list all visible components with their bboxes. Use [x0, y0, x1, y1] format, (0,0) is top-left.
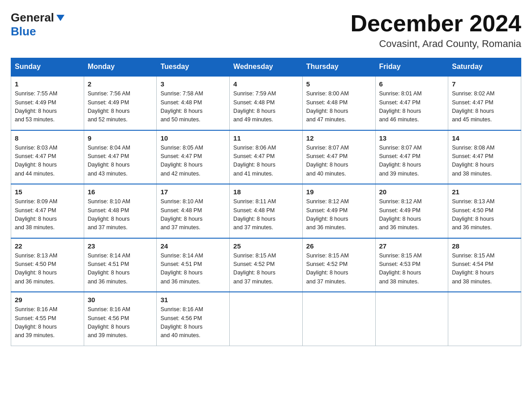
calendar-cell: 4Sunrise: 7:59 AMSunset: 4:48 PMDaylight… — [230, 76, 303, 130]
calendar-week-row: 8Sunrise: 8:03 AMSunset: 4:47 PMDaylight… — [11, 130, 521, 184]
day-info: Sunrise: 8:14 AMSunset: 4:51 PMDaylight:… — [160, 252, 226, 287]
day-number: 26 — [306, 242, 372, 250]
calendar-cell: 7Sunrise: 8:02 AMSunset: 4:47 PMDaylight… — [448, 76, 521, 130]
location-title: Covasint, Arad County, Romania — [350, 38, 521, 50]
logo-arrow-icon — [56, 13, 65, 23]
day-info: Sunrise: 8:05 AMSunset: 4:47 PMDaylight:… — [160, 144, 226, 179]
day-number: 1 — [15, 80, 80, 88]
day-info: Sunrise: 8:00 AMSunset: 4:48 PMDaylight:… — [306, 90, 372, 124]
day-info: Sunrise: 8:12 AMSunset: 4:49 PMDaylight:… — [379, 197, 445, 232]
day-number: 3 — [160, 80, 226, 88]
day-info: Sunrise: 7:59 AMSunset: 4:48 PMDaylight:… — [233, 90, 299, 124]
calendar-cell: 29Sunrise: 8:16 AMSunset: 4:55 PMDayligh… — [11, 292, 84, 346]
day-number: 12 — [306, 134, 372, 142]
column-header-tuesday: Tuesday — [157, 58, 230, 76]
day-number: 19 — [306, 188, 372, 196]
calendar-cell: 19Sunrise: 8:12 AMSunset: 4:49 PMDayligh… — [302, 184, 375, 238]
day-number: 27 — [379, 242, 445, 250]
day-info: Sunrise: 8:13 AMSunset: 4:50 PMDaylight:… — [452, 197, 517, 232]
day-number: 15 — [15, 188, 80, 196]
day-number: 17 — [160, 188, 226, 196]
title-block: December 2024 Covasint, Arad County, Rom… — [350, 11, 521, 50]
calendar-cell: 10Sunrise: 8:05 AMSunset: 4:47 PMDayligh… — [157, 130, 230, 184]
calendar-cell: 24Sunrise: 8:14 AMSunset: 4:51 PMDayligh… — [157, 238, 230, 292]
day-info: Sunrise: 8:15 AMSunset: 4:52 PMDaylight:… — [306, 252, 372, 287]
column-header-sunday: Sunday — [11, 58, 84, 76]
day-number: 16 — [88, 188, 153, 196]
calendar-cell — [230, 292, 303, 346]
calendar-cell: 18Sunrise: 8:11 AMSunset: 4:48 PMDayligh… — [230, 184, 303, 238]
day-info: Sunrise: 8:06 AMSunset: 4:47 PMDaylight:… — [233, 144, 299, 179]
day-info: Sunrise: 8:07 AMSunset: 4:47 PMDaylight:… — [379, 144, 445, 179]
day-number: 10 — [160, 134, 226, 142]
day-number: 23 — [88, 242, 153, 250]
day-number: 13 — [379, 134, 445, 142]
calendar-cell — [448, 292, 521, 346]
calendar-cell: 28Sunrise: 8:15 AMSunset: 4:54 PMDayligh… — [448, 238, 521, 292]
day-info: Sunrise: 8:04 AMSunset: 4:47 PMDaylight:… — [88, 144, 153, 179]
calendar-week-row: 29Sunrise: 8:16 AMSunset: 4:55 PMDayligh… — [11, 292, 521, 346]
day-info: Sunrise: 8:15 AMSunset: 4:53 PMDaylight:… — [379, 252, 445, 287]
calendar-cell: 11Sunrise: 8:06 AMSunset: 4:47 PMDayligh… — [230, 130, 303, 184]
day-info: Sunrise: 8:11 AMSunset: 4:48 PMDaylight:… — [233, 197, 299, 232]
calendar-week-row: 1Sunrise: 7:55 AMSunset: 4:49 PMDaylight… — [11, 76, 521, 130]
day-info: Sunrise: 8:15 AMSunset: 4:52 PMDaylight:… — [233, 252, 299, 287]
calendar-cell: 14Sunrise: 8:08 AMSunset: 4:47 PMDayligh… — [448, 130, 521, 184]
calendar-cell: 22Sunrise: 8:13 AMSunset: 4:50 PMDayligh… — [11, 238, 84, 292]
calendar-cell — [302, 292, 375, 346]
calendar-cell — [375, 292, 448, 346]
day-number: 29 — [15, 296, 80, 304]
calendar-cell: 6Sunrise: 8:01 AMSunset: 4:47 PMDaylight… — [375, 76, 448, 130]
column-header-wednesday: Wednesday — [230, 58, 303, 76]
day-number: 7 — [452, 80, 517, 88]
day-number: 24 — [160, 242, 226, 250]
calendar-cell: 20Sunrise: 8:12 AMSunset: 4:49 PMDayligh… — [375, 184, 448, 238]
column-header-monday: Monday — [84, 58, 157, 76]
calendar-cell: 8Sunrise: 8:03 AMSunset: 4:47 PMDaylight… — [11, 130, 84, 184]
day-info: Sunrise: 8:10 AMSunset: 4:48 PMDaylight:… — [88, 197, 153, 232]
day-info: Sunrise: 8:01 AMSunset: 4:47 PMDaylight:… — [379, 90, 445, 124]
day-info: Sunrise: 8:08 AMSunset: 4:47 PMDaylight:… — [452, 144, 517, 179]
day-number: 9 — [88, 134, 153, 142]
calendar-cell: 9Sunrise: 8:04 AMSunset: 4:47 PMDaylight… — [84, 130, 157, 184]
day-number: 5 — [306, 80, 372, 88]
calendar-cell: 12Sunrise: 8:07 AMSunset: 4:47 PMDayligh… — [302, 130, 375, 184]
calendar-cell: 27Sunrise: 8:15 AMSunset: 4:53 PMDayligh… — [375, 238, 448, 292]
calendar-cell: 15Sunrise: 8:09 AMSunset: 4:47 PMDayligh… — [11, 184, 84, 238]
calendar-cell: 16Sunrise: 8:10 AMSunset: 4:48 PMDayligh… — [84, 184, 157, 238]
calendar-cell: 26Sunrise: 8:15 AMSunset: 4:52 PMDayligh… — [302, 238, 375, 292]
calendar-cell: 2Sunrise: 7:56 AMSunset: 4:49 PMDaylight… — [84, 76, 157, 130]
day-info: Sunrise: 8:07 AMSunset: 4:47 PMDaylight:… — [306, 144, 372, 179]
calendar-cell: 30Sunrise: 8:16 AMSunset: 4:56 PMDayligh… — [84, 292, 157, 346]
logo-blue-text: Blue — [11, 25, 36, 38]
page-header: General Blue December 2024 Covasint, Ara… — [11, 11, 521, 50]
day-number: 21 — [452, 188, 517, 196]
day-number: 11 — [233, 134, 299, 142]
calendar-cell: 17Sunrise: 8:10 AMSunset: 4:48 PMDayligh… — [157, 184, 230, 238]
calendar-header: SundayMondayTuesdayWednesdayThursdayFrid… — [11, 58, 521, 76]
column-header-thursday: Thursday — [302, 58, 375, 76]
calendar-cell: 13Sunrise: 8:07 AMSunset: 4:47 PMDayligh… — [375, 130, 448, 184]
day-number: 20 — [379, 188, 445, 196]
day-number: 2 — [88, 80, 153, 88]
calendar-cell: 23Sunrise: 8:14 AMSunset: 4:51 PMDayligh… — [84, 238, 157, 292]
calendar-week-row: 15Sunrise: 8:09 AMSunset: 4:47 PMDayligh… — [11, 184, 521, 238]
calendar-cell: 31Sunrise: 8:16 AMSunset: 4:56 PMDayligh… — [157, 292, 230, 346]
day-number: 14 — [452, 134, 517, 142]
day-info: Sunrise: 8:16 AMSunset: 4:55 PMDaylight:… — [15, 305, 80, 340]
day-number: 30 — [88, 296, 153, 304]
day-number: 4 — [233, 80, 299, 88]
calendar-table: SundayMondayTuesdayWednesdayThursdayFrid… — [11, 58, 521, 346]
column-header-saturday: Saturday — [448, 58, 521, 76]
logo-general-text: General — [11, 11, 54, 25]
calendar-cell: 25Sunrise: 8:15 AMSunset: 4:52 PMDayligh… — [230, 238, 303, 292]
day-info: Sunrise: 8:16 AMSunset: 4:56 PMDaylight:… — [88, 305, 153, 340]
day-info: Sunrise: 7:58 AMSunset: 4:48 PMDaylight:… — [160, 90, 226, 124]
day-info: Sunrise: 8:09 AMSunset: 4:47 PMDaylight:… — [15, 197, 80, 232]
day-info: Sunrise: 8:02 AMSunset: 4:47 PMDaylight:… — [452, 90, 517, 124]
day-info: Sunrise: 8:13 AMSunset: 4:50 PMDaylight:… — [15, 252, 80, 287]
day-info: Sunrise: 8:10 AMSunset: 4:48 PMDaylight:… — [160, 197, 226, 232]
svg-marker-0 — [56, 15, 64, 21]
day-info: Sunrise: 7:56 AMSunset: 4:49 PMDaylight:… — [88, 90, 153, 124]
day-info: Sunrise: 8:12 AMSunset: 4:49 PMDaylight:… — [306, 197, 372, 232]
